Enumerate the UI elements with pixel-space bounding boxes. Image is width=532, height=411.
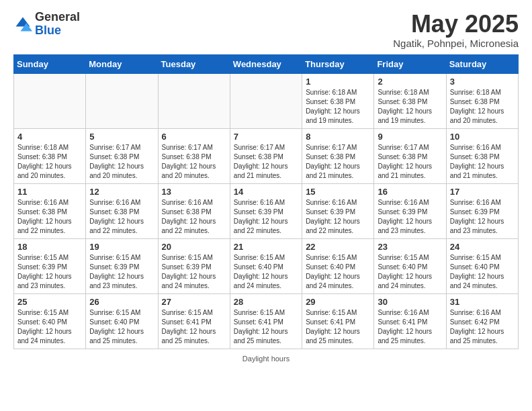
day-info: Sunrise: 6:15 AM Sunset: 6:39 PM Dayligh… [17, 253, 82, 291]
day-number: 10 [450, 132, 515, 142]
day-number: 24 [450, 242, 515, 252]
calendar-cell: 14Sunrise: 6:16 AM Sunset: 6:39 PM Dayli… [230, 183, 302, 238]
day-info: Sunrise: 6:18 AM Sunset: 6:38 PM Dayligh… [378, 88, 442, 126]
title-block: May 2025 Ngatik, Pohnpei, Micronesia [393, 11, 519, 49]
day-number: 26 [89, 297, 154, 307]
day-info: Sunrise: 6:15 AM Sunset: 6:40 PM Dayligh… [89, 308, 154, 346]
day-number: 22 [306, 242, 370, 252]
calendar-cell: 4Sunrise: 6:18 AM Sunset: 6:38 PM Daylig… [14, 128, 86, 183]
day-info: Sunrise: 6:16 AM Sunset: 6:39 PM Dayligh… [306, 198, 370, 236]
calendar-cell: 16Sunrise: 6:16 AM Sunset: 6:39 PM Dayli… [374, 183, 446, 238]
calendar-cell: 6Sunrise: 6:17 AM Sunset: 6:38 PM Daylig… [158, 128, 230, 183]
day-info: Sunrise: 6:17 AM Sunset: 6:38 PM Dayligh… [89, 143, 154, 181]
day-info: Sunrise: 6:16 AM Sunset: 6:39 PM Dayligh… [450, 198, 515, 236]
day-info: Sunrise: 6:16 AM Sunset: 6:41 PM Dayligh… [378, 308, 442, 346]
day-info: Sunrise: 6:18 AM Sunset: 6:38 PM Dayligh… [306, 88, 370, 126]
calendar-cell: 15Sunrise: 6:16 AM Sunset: 6:39 PM Dayli… [302, 183, 374, 238]
calendar-cell: 18Sunrise: 6:15 AM Sunset: 6:39 PM Dayli… [14, 238, 86, 293]
day-number: 25 [17, 297, 82, 307]
logo-general: General [35, 10, 80, 24]
calendar-week-0: 1Sunrise: 6:18 AM Sunset: 6:38 PM Daylig… [14, 73, 519, 128]
calendar-cell: 24Sunrise: 6:15 AM Sunset: 6:40 PM Dayli… [446, 238, 518, 293]
day-info: Sunrise: 6:16 AM Sunset: 6:38 PM Dayligh… [450, 143, 515, 181]
day-info: Sunrise: 6:16 AM Sunset: 6:39 PM Dayligh… [234, 198, 298, 236]
calendar-cell [86, 73, 158, 128]
day-info: Sunrise: 6:15 AM Sunset: 6:41 PM Dayligh… [306, 308, 370, 346]
day-number: 7 [234, 132, 298, 142]
day-number: 2 [378, 77, 442, 87]
calendar-week-2: 11Sunrise: 6:16 AM Sunset: 6:38 PM Dayli… [14, 183, 519, 238]
calendar-week-3: 18Sunrise: 6:15 AM Sunset: 6:39 PM Dayli… [14, 238, 519, 293]
day-info: Sunrise: 6:18 AM Sunset: 6:38 PM Dayligh… [450, 88, 515, 126]
calendar-cell [230, 73, 302, 128]
calendar-cell: 3Sunrise: 6:18 AM Sunset: 6:38 PM Daylig… [446, 73, 518, 128]
calendar-cell: 26Sunrise: 6:15 AM Sunset: 6:40 PM Dayli… [86, 293, 158, 349]
day-number: 13 [162, 187, 226, 197]
calendar-cell: 27Sunrise: 6:15 AM Sunset: 6:41 PM Dayli… [158, 293, 230, 349]
calendar-header-wednesday: Wednesday [230, 54, 302, 73]
calendar-cell: 10Sunrise: 6:16 AM Sunset: 6:38 PM Dayli… [446, 128, 518, 183]
day-info: Sunrise: 6:16 AM Sunset: 6:38 PM Dayligh… [17, 198, 82, 236]
day-number: 23 [378, 242, 442, 252]
day-number: 8 [306, 132, 370, 142]
day-number: 19 [89, 242, 154, 252]
day-info: Sunrise: 6:16 AM Sunset: 6:38 PM Dayligh… [89, 198, 154, 236]
calendar-header-saturday: Saturday [446, 54, 518, 73]
day-info: Sunrise: 6:15 AM Sunset: 6:40 PM Dayligh… [378, 253, 442, 291]
calendar-cell: 31Sunrise: 6:16 AM Sunset: 6:42 PM Dayli… [446, 293, 518, 349]
calendar-cell: 13Sunrise: 6:16 AM Sunset: 6:38 PM Dayli… [158, 183, 230, 238]
day-number: 5 [89, 132, 154, 142]
day-info: Sunrise: 6:16 AM Sunset: 6:42 PM Dayligh… [450, 308, 515, 346]
day-number: 4 [17, 132, 82, 142]
day-number: 6 [162, 132, 226, 142]
calendar-cell: 17Sunrise: 6:16 AM Sunset: 6:39 PM Dayli… [446, 183, 518, 238]
day-info: Sunrise: 6:15 AM Sunset: 6:40 PM Dayligh… [17, 308, 82, 346]
day-number: 9 [378, 132, 442, 142]
day-info: Sunrise: 6:15 AM Sunset: 6:41 PM Dayligh… [162, 308, 226, 346]
day-number: 17 [450, 187, 515, 197]
day-number: 16 [378, 187, 442, 197]
day-info: Sunrise: 6:16 AM Sunset: 6:38 PM Dayligh… [162, 198, 226, 236]
day-number: 18 [17, 242, 82, 252]
calendar-header-tuesday: Tuesday [158, 54, 230, 73]
day-info: Sunrise: 6:17 AM Sunset: 6:38 PM Dayligh… [378, 143, 442, 181]
calendar-week-1: 4Sunrise: 6:18 AM Sunset: 6:38 PM Daylig… [14, 128, 519, 183]
calendar-cell: 19Sunrise: 6:15 AM Sunset: 6:39 PM Dayli… [86, 238, 158, 293]
day-number: 27 [162, 297, 226, 307]
calendar-cell: 12Sunrise: 6:16 AM Sunset: 6:38 PM Dayli… [86, 183, 158, 238]
day-number: 15 [306, 187, 370, 197]
day-number: 28 [234, 297, 298, 307]
day-number: 21 [234, 242, 298, 252]
day-info: Sunrise: 6:17 AM Sunset: 6:38 PM Dayligh… [162, 143, 226, 181]
day-info: Sunrise: 6:15 AM Sunset: 6:40 PM Dayligh… [306, 253, 370, 291]
day-number: 29 [306, 297, 370, 307]
day-number: 31 [450, 297, 515, 307]
logo-blue: Blue [35, 24, 61, 37]
calendar-cell: 29Sunrise: 6:15 AM Sunset: 6:41 PM Dayli… [302, 293, 374, 349]
calendar-cell: 2Sunrise: 6:18 AM Sunset: 6:38 PM Daylig… [374, 73, 446, 128]
calendar-header-row: SundayMondayTuesdayWednesdayThursdayFrid… [14, 54, 519, 73]
calendar-header-monday: Monday [86, 54, 158, 73]
day-number: 11 [17, 187, 82, 197]
calendar-cell: 9Sunrise: 6:17 AM Sunset: 6:38 PM Daylig… [374, 128, 446, 183]
day-info: Sunrise: 6:18 AM Sunset: 6:38 PM Dayligh… [17, 143, 82, 181]
day-info: Sunrise: 6:15 AM Sunset: 6:39 PM Dayligh… [162, 253, 226, 291]
footer-note: Daylight hours [13, 355, 519, 363]
location: Ngatik, Pohnpei, Micronesia [393, 38, 519, 49]
calendar-cell: 5Sunrise: 6:17 AM Sunset: 6:38 PM Daylig… [86, 128, 158, 183]
calendar-cell: 25Sunrise: 6:15 AM Sunset: 6:40 PM Dayli… [14, 293, 86, 349]
calendar-cell: 30Sunrise: 6:16 AM Sunset: 6:41 PM Dayli… [374, 293, 446, 349]
calendar-header-friday: Friday [374, 54, 446, 73]
day-number: 12 [89, 187, 154, 197]
calendar-cell: 21Sunrise: 6:15 AM Sunset: 6:40 PM Dayli… [230, 238, 302, 293]
calendar-cell: 23Sunrise: 6:15 AM Sunset: 6:40 PM Dayli… [374, 238, 446, 293]
calendar-cell [14, 73, 86, 128]
header: General Blue May 2025 Ngatik, Pohnpei, M… [13, 11, 519, 49]
day-info: Sunrise: 6:17 AM Sunset: 6:38 PM Dayligh… [234, 143, 298, 181]
day-number: 1 [306, 77, 370, 87]
calendar-cell: 7Sunrise: 6:17 AM Sunset: 6:38 PM Daylig… [230, 128, 302, 183]
day-info: Sunrise: 6:15 AM Sunset: 6:40 PM Dayligh… [234, 253, 298, 291]
calendar-header-thursday: Thursday [302, 54, 374, 73]
day-number: 30 [378, 297, 442, 307]
calendar-cell: 1Sunrise: 6:18 AM Sunset: 6:38 PM Daylig… [302, 73, 374, 128]
